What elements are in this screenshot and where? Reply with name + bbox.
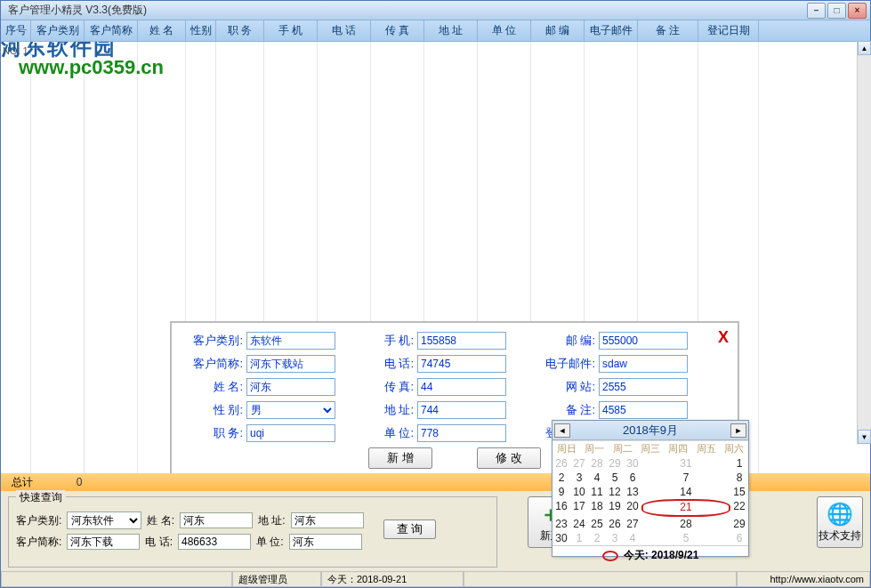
cal-day[interactable]: 5 xyxy=(606,471,624,485)
email-input[interactable] xyxy=(599,355,688,373)
cal-day[interactable]: 24 xyxy=(570,517,588,531)
search-button[interactable]: 查 询 xyxy=(383,520,437,539)
column-header[interactable]: 电 话 xyxy=(318,20,371,41)
cal-day[interactable]: 16 xyxy=(552,499,570,517)
cal-day[interactable]: 6 xyxy=(730,531,748,545)
duty-input[interactable] xyxy=(246,424,335,442)
cal-day[interactable]: 22 xyxy=(730,499,748,517)
cal-day[interactable]: 7 xyxy=(641,471,730,485)
minimize-button[interactable]: – xyxy=(807,3,826,19)
cal-day[interactable]: 15 xyxy=(730,485,748,499)
phone-input[interactable] xyxy=(417,355,506,373)
column-header[interactable]: 姓 名 xyxy=(138,20,186,41)
cal-day[interactable]: 1 xyxy=(730,456,748,471)
cal-day[interactable]: 12 xyxy=(606,485,624,499)
maximize-button[interactable]: □ xyxy=(827,3,846,19)
cal-day[interactable]: 25 xyxy=(588,517,606,531)
cal-day[interactable]: 20 xyxy=(624,499,641,517)
cal-day[interactable]: 23 xyxy=(552,517,570,531)
cal-day[interactable]: 30 xyxy=(624,456,641,471)
cal-weekday: 周三 xyxy=(636,440,664,456)
fax-input[interactable] xyxy=(417,378,506,396)
cal-day[interactable]: 8 xyxy=(730,471,748,485)
cal-day[interactable]: 2 xyxy=(552,471,570,485)
scroll-up-icon[interactable]: ▲ xyxy=(858,41,871,55)
column-header[interactable]: 传 真 xyxy=(371,20,424,41)
cal-day[interactable]: 26 xyxy=(552,456,570,471)
data-grid[interactable]: NO. 1 河东软件园 www.pc0359.cn X 客户类别: 手 机: 邮… xyxy=(1,42,870,473)
sex-label: 性 别: xyxy=(184,402,243,418)
total-value: 0 xyxy=(44,476,115,488)
cal-day[interactable]: 28 xyxy=(588,456,606,471)
short-input[interactable] xyxy=(246,355,335,373)
cal-day[interactable]: 26 xyxy=(606,517,624,531)
cal-day[interactable]: 17 xyxy=(570,499,588,517)
q-name-input[interactable] xyxy=(180,512,253,528)
cal-day[interactable]: 6 xyxy=(624,471,641,485)
cal-day[interactable]: 19 xyxy=(606,499,624,517)
cal-day[interactable]: 29 xyxy=(606,456,624,471)
column-header[interactable]: 客户简称 xyxy=(85,20,138,41)
cal-day[interactable]: 10 xyxy=(570,485,588,499)
website-input[interactable] xyxy=(599,378,688,396)
sex-select[interactable]: 男 xyxy=(246,401,335,419)
cal-day[interactable]: 11 xyxy=(588,485,606,499)
cal-day[interactable]: 9 xyxy=(552,485,570,499)
duty-label: 职 务: xyxy=(184,425,243,441)
cal-prev-button[interactable]: ◄ xyxy=(554,423,570,438)
cal-day[interactable]: 2 xyxy=(588,531,606,545)
cal-day[interactable]: 14 xyxy=(641,485,730,499)
support-button[interactable]: 🌐 技术支持 xyxy=(817,496,863,548)
q-addr-input[interactable] xyxy=(291,512,364,528)
q-phone-input[interactable] xyxy=(178,534,251,550)
column-header[interactable]: 客户类别 xyxy=(31,20,85,41)
mobile-input[interactable] xyxy=(417,332,506,350)
close-window-button[interactable]: × xyxy=(848,3,867,19)
cal-day[interactable]: 4 xyxy=(588,471,606,485)
scroll-down-icon[interactable]: ▼ xyxy=(858,430,871,444)
cal-next-button[interactable]: ► xyxy=(730,423,746,438)
post-input[interactable] xyxy=(599,332,688,350)
unit-input[interactable] xyxy=(417,424,506,442)
column-header[interactable]: 电子邮件 xyxy=(585,20,638,41)
column-header[interactable]: 邮 编 xyxy=(531,20,585,41)
vertical-scrollbar[interactable]: ▲ ▼ xyxy=(857,41,871,444)
cal-day[interactable]: 27 xyxy=(570,456,588,471)
column-header[interactable]: 序号 xyxy=(1,20,31,41)
cal-day[interactable]: 3 xyxy=(570,471,588,485)
cal-day[interactable]: 31 xyxy=(641,456,730,471)
column-header[interactable]: 备 注 xyxy=(638,20,698,41)
column-header[interactable]: 职 务 xyxy=(216,20,264,41)
fax-label: 传 真: xyxy=(355,379,414,395)
name-input[interactable] xyxy=(246,378,335,396)
column-header[interactable]: 单 位 xyxy=(478,20,531,41)
q-category-select[interactable]: 河东软件 xyxy=(67,511,141,529)
category-input[interactable] xyxy=(246,332,335,350)
cal-day[interactable]: 27 xyxy=(624,517,641,531)
cal-day[interactable]: 1 xyxy=(570,531,588,545)
cal-day[interactable]: 21 xyxy=(641,499,730,517)
column-header[interactable]: 登记日期 xyxy=(698,20,759,41)
cal-today-row[interactable]: 今天: 2018/9/21 xyxy=(552,545,748,565)
cal-day[interactable]: 29 xyxy=(730,517,748,531)
addr-input[interactable] xyxy=(417,401,506,419)
q-unit-input[interactable] xyxy=(289,534,362,550)
column-header[interactable]: 性别 xyxy=(186,20,216,41)
window-title: 客户管理小精灵 V3.3(免费版) xyxy=(4,3,807,18)
add-button[interactable]: 新 增 xyxy=(368,447,432,469)
column-header[interactable]: 手 机 xyxy=(264,20,318,41)
column-header[interactable]: 地 址 xyxy=(424,20,478,41)
q-short-input[interactable] xyxy=(67,534,140,550)
calendar-popup: ◄ 2018年9月 ► 周日周一周二周三周四周五周六 2627282930311… xyxy=(552,420,749,557)
edit-button[interactable]: 修 改 xyxy=(477,447,541,469)
cal-day[interactable]: 4 xyxy=(624,531,641,545)
cal-day[interactable]: 13 xyxy=(624,485,641,499)
panel-close-button[interactable]: X xyxy=(718,328,729,347)
cal-day[interactable]: 5 xyxy=(641,531,730,545)
cal-weekday: 周二 xyxy=(609,440,636,456)
remark-input[interactable] xyxy=(599,401,688,419)
cal-day[interactable]: 28 xyxy=(641,517,730,531)
cal-day[interactable]: 18 xyxy=(588,499,606,517)
cal-day[interactable]: 3 xyxy=(606,531,624,545)
cal-day[interactable]: 30 xyxy=(552,531,570,545)
